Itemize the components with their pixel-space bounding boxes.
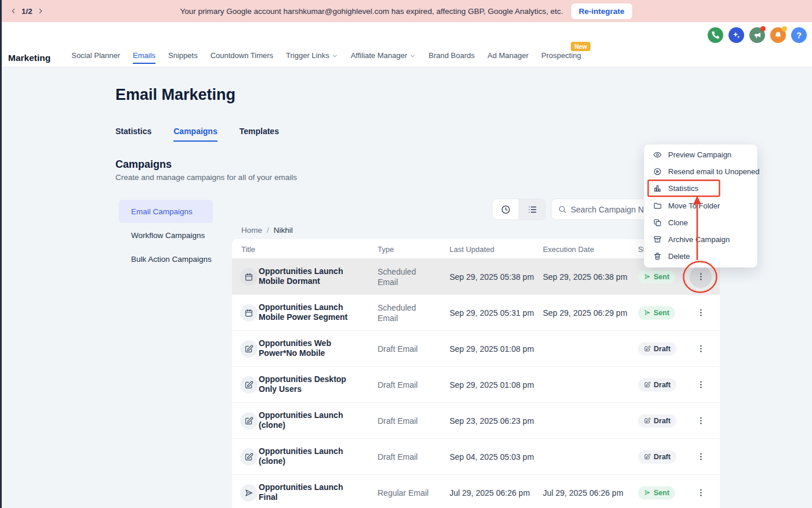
breadcrumb-current: Nikhil xyxy=(274,226,293,235)
campaign-type: Draft Email xyxy=(378,451,436,462)
tab-templates[interactable]: Templates xyxy=(240,127,279,142)
edit-icon xyxy=(240,412,258,430)
campaign-type: Draft Email xyxy=(378,415,436,426)
nav-item-label: Trigger Links xyxy=(286,51,329,60)
table-row[interactable]: Opportunities Launch (clone) Draft Email… xyxy=(232,403,720,439)
campaign-execution-date: Sep 29, 2025 06:38 pm xyxy=(543,271,631,282)
nav-item-ad-manager[interactable]: Ad Manager xyxy=(488,51,529,65)
banner-page-count: 1/2 xyxy=(21,7,32,16)
status-badge-wrap: Sent xyxy=(638,270,675,283)
row-actions-kebab-icon[interactable] xyxy=(690,302,712,324)
table-row[interactable]: Opportunities Web Power*No Mobile Draft … xyxy=(232,331,720,367)
row-actions-kebab-icon[interactable] xyxy=(690,410,712,432)
edit-icon xyxy=(240,448,258,466)
archive-icon xyxy=(653,235,662,244)
notifications-badge xyxy=(782,26,787,31)
ai-sparkles-icon[interactable] xyxy=(728,27,744,43)
nav-item-prospecting[interactable]: ProspectingNew xyxy=(541,51,581,65)
table-row[interactable]: Opportunities Launch Final Regular Email… xyxy=(232,475,720,508)
status-badge-wrap: Sent xyxy=(638,486,675,499)
menu-item-archive-campaign[interactable]: Archive Campaign xyxy=(644,231,757,248)
status-badge: Draft xyxy=(638,378,676,391)
banner-prev-icon[interactable] xyxy=(9,7,17,15)
eye-icon xyxy=(653,150,662,159)
row-actions-kebab-icon[interactable] xyxy=(690,266,712,288)
topbar: ? Marketing Social PlannerEmailsSnippets… xyxy=(0,22,812,67)
nav-item-snippets[interactable]: Snippets xyxy=(168,51,198,65)
context-menu-item-label: Statistics xyxy=(668,184,698,193)
sidebar-item-bulk-action-campaigns[interactable]: Bulk Action Campaigns xyxy=(119,247,213,271)
status-badge-wrap: Draft xyxy=(638,414,676,427)
row-actions-kebab-icon[interactable] xyxy=(690,446,712,468)
nav-item-brand-boards[interactable]: Brand Boards xyxy=(429,51,475,65)
context-menu-item-label: Resend email to Unopened xyxy=(668,167,760,176)
announcements-badge xyxy=(760,26,766,31)
nav-item-label: Countdown Timers xyxy=(211,51,273,60)
banner-next-icon[interactable] xyxy=(37,7,45,15)
sidebar-item-workflow-campaigns[interactable]: Workflow Campaigns xyxy=(119,224,213,247)
tab-campaigns[interactable]: Campaigns xyxy=(173,127,217,142)
nav-item-label: Snippets xyxy=(168,51,198,60)
help-icon[interactable]: ? xyxy=(791,27,807,43)
row-actions-kebab-icon[interactable] xyxy=(690,338,712,360)
col-type: Type xyxy=(378,244,394,253)
status-badge: Sent xyxy=(638,270,675,283)
breadcrumb-home[interactable]: Home xyxy=(241,226,262,235)
list-view-button[interactable] xyxy=(519,199,545,219)
campaign-title: Opportunities Launch Final xyxy=(259,482,358,503)
reintegrate-button[interactable]: Re-integrate xyxy=(571,3,632,19)
nav-item-trigger-links[interactable]: Trigger Links xyxy=(286,51,338,65)
status-badge-wrap: Draft xyxy=(638,342,676,355)
context-menu-item-label: Delete xyxy=(668,252,690,261)
nav-item-label: Social Planner xyxy=(71,51,120,60)
view-toggle xyxy=(492,199,546,220)
content-area: Email Marketing StatisticsCampaignsTempl… xyxy=(0,67,812,508)
campaign-last-updated: Sep 23, 2025 06:23 pm xyxy=(449,415,538,426)
status-badge-wrap: Sent xyxy=(638,306,675,319)
campaign-type: Draft Email xyxy=(378,379,436,390)
nav-item-affiliate-manager[interactable]: Affiliate Manager xyxy=(351,51,416,65)
folder-icon xyxy=(653,201,662,210)
nav-item-label: Emails xyxy=(133,51,155,60)
campaign-type: Scheduled Email xyxy=(378,266,436,287)
campaign-last-updated: Sep 29, 2025 05:38 pm xyxy=(449,271,538,282)
phone-icon[interactable] xyxy=(708,27,723,43)
menu-item-delete[interactable]: Delete xyxy=(644,248,757,265)
nav-item-emails[interactable]: Emails xyxy=(133,51,155,65)
row-actions-kebab-icon[interactable] xyxy=(690,374,712,396)
table-row[interactable]: Opportunities Launch (clone) Draft Email… xyxy=(232,439,720,475)
schedule-view-button[interactable] xyxy=(492,199,519,219)
status-badge: Draft xyxy=(638,414,676,427)
search-icon xyxy=(558,205,567,214)
campaign-type: Draft Email xyxy=(378,343,436,354)
menu-item-clone[interactable]: Clone xyxy=(644,214,757,231)
tab-statistics[interactable]: Statistics xyxy=(115,127,151,142)
campaign-title: Opportunities Web Power*No Mobile xyxy=(259,338,358,359)
menu-item-move-to-folder[interactable]: Move To Folder xyxy=(644,197,757,214)
context-menu-item-label: Move To Folder xyxy=(668,201,720,210)
table-row[interactable]: Opportunities Launch Mobile Power Segmen… xyxy=(232,295,720,331)
row-actions-kebab-icon[interactable] xyxy=(690,482,712,504)
notifications-icon[interactable] xyxy=(770,27,786,43)
nav-item-countdown-timers[interactable]: Countdown Timers xyxy=(211,51,273,65)
menu-item-statistics[interactable]: Statistics xyxy=(644,180,757,197)
table-row[interactable]: Opportunities Desktop Only Users Draft E… xyxy=(232,367,720,403)
breadcrumb: Home / Nikhil xyxy=(241,226,293,235)
col-exec: Execution Date xyxy=(543,244,594,253)
nav-item-label: Affiliate Manager xyxy=(351,51,407,60)
announcements-icon[interactable] xyxy=(749,27,765,43)
bar-chart-icon xyxy=(653,184,662,193)
menu-item-preview-campaign[interactable]: Preview Campaign xyxy=(644,146,757,163)
campaign-type: Regular Email xyxy=(378,487,436,498)
status-badge: Sent xyxy=(638,486,675,499)
campaign-last-updated: Sep 29, 2025 05:31 pm xyxy=(449,307,538,318)
nav-item-social-planner[interactable]: Social Planner xyxy=(71,51,120,65)
campaign-title: Opportunities Launch Mobile Dormant xyxy=(259,266,358,287)
campaign-title: Opportunities Launch (clone) xyxy=(259,410,358,431)
context-menu-item-label: Archive Campaign xyxy=(668,235,730,244)
calendar-icon xyxy=(240,304,258,322)
sidebar-item-email-campaigns[interactable]: Email Campaigns xyxy=(119,200,213,223)
menu-item-resend-email-to-unopened[interactable]: Resend email to Unopened xyxy=(644,163,757,180)
send-icon xyxy=(240,484,258,502)
col-title: Title xyxy=(241,244,255,253)
